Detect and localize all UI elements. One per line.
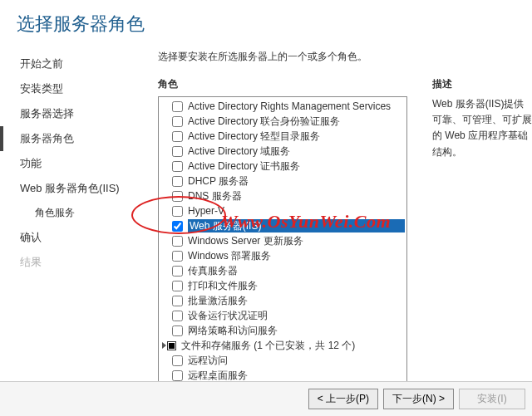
role-row[interactable]: Hyper-V <box>159 203 406 218</box>
expand-icon[interactable] <box>162 342 166 349</box>
role-row[interactable]: 批量激活服务 <box>159 293 406 308</box>
sidebar-item-confirm[interactable]: 确认 <box>20 225 141 250</box>
role-checkbox[interactable] <box>172 101 183 112</box>
role-row[interactable]: 远程访问 <box>159 353 406 368</box>
prev-button[interactable]: < 上一步(P) <box>308 389 378 409</box>
role-row[interactable]: Windows 部署服务 <box>159 248 406 263</box>
role-row[interactable]: DNS 服务器 <box>159 188 406 203</box>
install-button: 安装(I) <box>459 389 525 409</box>
role-checkbox[interactable] <box>172 296 183 306</box>
role-row[interactable]: DHCP 服务器 <box>159 174 406 188</box>
role-checkbox[interactable] <box>172 325 183 336</box>
role-label: Hyper-V <box>188 204 405 218</box>
sidebar-item-results: 结果 <box>20 250 141 275</box>
role-label: Active Directory 轻型目录服务 <box>188 130 405 143</box>
footer: < 上一步(P) 下一步(N) > 安装(I) <box>0 381 532 416</box>
sidebar-item-server-role[interactable]: 服务器角色 <box>20 126 141 151</box>
role-row[interactable]: 网络策略和访问服务 <box>159 323 406 338</box>
role-checkbox[interactable] <box>172 355 183 366</box>
role-row[interactable]: Windows Server 更新服务 <box>159 233 406 248</box>
role-label: 远程桌面服务 <box>188 369 405 382</box>
role-checkbox[interactable] <box>172 236 183 247</box>
role-label: Windows Server 更新服务 <box>188 234 405 247</box>
role-row[interactable]: Active Directory 证书服务 <box>159 159 406 174</box>
role-checkbox[interactable] <box>172 176 183 187</box>
sidebar: 开始之前 安装类型 服务器选择 服务器角色 功能 Web 服务器角色(IIS) … <box>0 45 141 394</box>
role-label: 远程访问 <box>188 354 405 367</box>
next-button[interactable]: 下一步(N) > <box>383 389 454 409</box>
role-label: 网络策略和访问服务 <box>188 324 405 337</box>
role-checkbox[interactable] <box>172 251 183 262</box>
role-label: 文件和存储服务 (1 个已安装，共 12 个) <box>181 339 405 352</box>
role-label: Active Directory 证书服务 <box>188 159 405 173</box>
role-checkbox[interactable] <box>172 206 183 217</box>
role-label: Active Directory 联合身份验证服务 <box>188 115 405 128</box>
sidebar-item-features[interactable]: 功能 <box>20 151 141 176</box>
role-checkbox[interactable] <box>172 311 183 321</box>
sidebar-item-before[interactable]: 开始之前 <box>20 51 141 76</box>
role-label: 设备运行状况证明 <box>188 309 405 322</box>
role-label: 传真服务器 <box>188 264 405 277</box>
role-label: Web 服务器(IIS) <box>188 219 405 232</box>
role-checkbox[interactable] <box>172 116 183 127</box>
role-label: 打印和文件服务 <box>188 279 405 292</box>
role-row[interactable]: 打印和文件服务 <box>159 278 406 293</box>
roles-listbox[interactable]: Active Directory Rights Management Servi… <box>158 96 407 384</box>
role-row[interactable]: 设备运行状况证明 <box>159 308 406 323</box>
main-panel: 选择要安装在所选服务器上的一个或多个角色。 角色 Active Director… <box>141 45 532 394</box>
page-title: 选择服务器角色 <box>17 12 515 37</box>
role-label: DHCP 服务器 <box>188 174 405 188</box>
role-checkbox[interactable] <box>172 161 183 172</box>
role-label: Windows 部署服务 <box>188 249 405 262</box>
role-checkbox[interactable] <box>172 370 183 381</box>
role-checkbox[interactable] <box>172 281 183 291</box>
role-checkbox[interactable] <box>172 266 183 277</box>
instruction-text: 选择要安装在所选服务器上的一个或多个角色。 <box>158 50 532 64</box>
sidebar-item-web-iis[interactable]: Web 服务器角色(IIS) <box>20 176 141 201</box>
role-checkbox[interactable] <box>172 221 183 232</box>
role-row[interactable]: Active Directory 轻型目录服务 <box>159 129 406 144</box>
role-checkbox[interactable] <box>172 146 183 157</box>
role-row[interactable]: Active Directory 域服务 <box>159 144 406 159</box>
description-label: 描述 <box>432 77 532 91</box>
role-row[interactable]: Active Directory Rights Management Servi… <box>159 99 406 114</box>
role-checkbox[interactable] <box>172 191 183 202</box>
description-text: Web 服务器(IIS)提供可靠、可管理、可扩展的 Web 应用程序基础结构。 <box>432 96 532 160</box>
role-row[interactable]: Active Directory 联合身份验证服务 <box>159 114 406 129</box>
sidebar-item-install-type[interactable]: 安装类型 <box>20 76 141 101</box>
role-row[interactable]: 文件和存储服务 (1 个已安装，共 12 个) <box>159 338 406 353</box>
role-label: Active Directory 域服务 <box>188 144 405 158</box>
role-label: 批量激活服务 <box>188 294 405 307</box>
sidebar-item-server-select[interactable]: 服务器选择 <box>20 101 141 126</box>
role-row[interactable]: Web 服务器(IIS) <box>159 218 406 233</box>
checkbox-partial-icon[interactable] <box>167 341 176 350</box>
role-row[interactable]: 传真服务器 <box>159 263 406 278</box>
roles-label: 角色 <box>158 77 407 91</box>
sidebar-item-role-services[interactable]: 角色服务 <box>20 201 141 225</box>
role-label: DNS 服务器 <box>188 189 405 203</box>
role-checkbox[interactable] <box>172 131 183 142</box>
role-label: Active Directory Rights Management Servi… <box>188 100 405 113</box>
